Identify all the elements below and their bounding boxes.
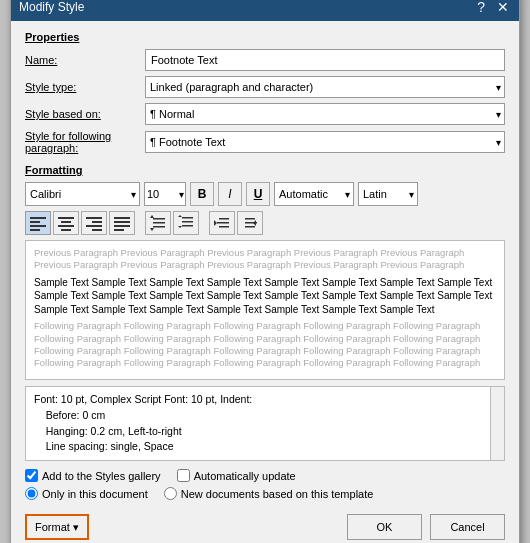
preview-box: Previous Paragraph Previous Paragraph Pr… xyxy=(25,240,505,380)
description-text: Font: 10 pt, Complex Script Font: 10 pt,… xyxy=(34,393,252,452)
bottom-buttons: Format ▾ OK Cancel xyxy=(25,510,505,540)
description-scrollbar[interactable] xyxy=(490,387,504,460)
add-to-gallery-label: Add to the Styles gallery xyxy=(42,470,161,482)
font-select-wrapper: Calibri xyxy=(25,182,140,206)
svg-rect-23 xyxy=(182,225,193,227)
size-select-wrapper: 10 xyxy=(144,182,186,206)
svg-rect-12 xyxy=(114,217,130,219)
cancel-button[interactable]: Cancel xyxy=(430,514,505,540)
decrease-indent-button[interactable] xyxy=(209,211,235,235)
style-type-value-container: Linked (paragraph and character) xyxy=(145,76,505,98)
svg-rect-32 xyxy=(245,226,255,228)
only-this-doc-radio[interactable] xyxy=(25,487,38,500)
svg-marker-33 xyxy=(253,220,256,226)
align-center-icon xyxy=(57,214,75,232)
style-following-label: Style for following paragraph: xyxy=(25,130,145,154)
justify-icon xyxy=(113,214,131,232)
svg-marker-20 xyxy=(150,228,154,231)
add-to-gallery-checkbox-label[interactable]: Add to the Styles gallery xyxy=(25,469,161,482)
style-following-select-wrapper: ¶ Footnote Text xyxy=(145,131,505,153)
line-spacing-button[interactable] xyxy=(145,211,171,235)
svg-marker-29 xyxy=(214,220,217,226)
svg-rect-16 xyxy=(153,218,165,220)
dialog-body: Properties Name: Style type: Linked (par… xyxy=(11,21,519,543)
style-based-select-wrapper: ¶ Normal xyxy=(145,103,505,125)
svg-rect-8 xyxy=(86,217,102,219)
svg-rect-22 xyxy=(182,221,193,223)
align-left-button[interactable] xyxy=(25,211,51,235)
ok-button[interactable]: OK xyxy=(347,514,422,540)
checkbox-row: Add to the Styles gallery Automatically … xyxy=(25,469,505,482)
decrease-indent-icon xyxy=(213,214,231,232)
align-right-button[interactable] xyxy=(81,211,107,235)
add-to-gallery-checkbox[interactable] xyxy=(25,469,38,482)
preview-previous-text: Previous Paragraph Previous Paragraph Pr… xyxy=(34,247,496,272)
svg-rect-30 xyxy=(245,218,255,220)
style-following-value-container: ¶ Footnote Text xyxy=(145,130,505,154)
underline-button[interactable]: U xyxy=(246,182,270,206)
line-spacing-icon xyxy=(149,214,167,232)
increase-indent-button[interactable] xyxy=(237,211,263,235)
name-input[interactable] xyxy=(145,49,505,71)
align-center-button[interactable] xyxy=(53,211,79,235)
svg-rect-18 xyxy=(153,226,165,228)
align-left-icon xyxy=(29,214,47,232)
svg-marker-24 xyxy=(178,215,182,217)
formatting-section-label: Formatting xyxy=(25,164,505,176)
spacing-increase-icon xyxy=(177,214,195,232)
style-based-label: Style based on: xyxy=(25,103,145,125)
only-this-doc-label: Only in this document xyxy=(42,488,148,500)
svg-marker-25 xyxy=(178,226,182,228)
svg-rect-21 xyxy=(182,217,193,219)
style-following-select[interactable]: ¶ Footnote Text xyxy=(145,131,505,153)
auto-update-checkbox-label[interactable]: Automatically update xyxy=(177,469,296,482)
dialog-title: Modify Style xyxy=(19,0,84,14)
lang-select-wrapper: Latin xyxy=(358,182,418,206)
svg-rect-4 xyxy=(58,217,74,219)
description-box: Font: 10 pt, Complex Script Font: 10 pt,… xyxy=(25,386,505,461)
properties-section-label: Properties xyxy=(25,31,505,43)
help-button[interactable]: ? xyxy=(475,0,487,14)
auto-update-label: Automatically update xyxy=(194,470,296,482)
style-based-select[interactable]: ¶ Normal xyxy=(145,103,505,125)
svg-rect-13 xyxy=(114,221,130,223)
language-select[interactable]: Latin xyxy=(358,182,418,206)
font-size-select[interactable]: 10 xyxy=(144,182,186,206)
style-type-select-wrapper: Linked (paragraph and character) xyxy=(145,76,505,98)
align-right-icon xyxy=(85,214,103,232)
svg-rect-7 xyxy=(61,229,71,231)
svg-rect-28 xyxy=(219,226,229,228)
format-button[interactable]: Format ▾ xyxy=(25,514,89,540)
modify-style-dialog: Modify Style ? ✕ Properties Name: Style … xyxy=(10,0,520,543)
svg-rect-3 xyxy=(30,229,40,231)
new-docs-radio-label[interactable]: New documents based on this template xyxy=(164,487,374,500)
new-docs-label: New documents based on this template xyxy=(181,488,374,500)
svg-rect-6 xyxy=(58,225,74,227)
title-bar-controls: ? ✕ xyxy=(475,0,511,14)
bold-button[interactable]: B xyxy=(190,182,214,206)
svg-rect-0 xyxy=(30,217,46,219)
auto-update-checkbox[interactable] xyxy=(177,469,190,482)
justify-button[interactable] xyxy=(109,211,135,235)
ok-cancel-buttons: OK Cancel xyxy=(347,514,505,540)
preview-following-text: Following Paragraph Following Paragraph … xyxy=(34,320,496,369)
new-docs-radio[interactable] xyxy=(164,487,177,500)
svg-rect-26 xyxy=(219,218,229,220)
spacing-increase-button[interactable] xyxy=(173,211,199,235)
only-this-doc-radio-label[interactable]: Only in this document xyxy=(25,487,148,500)
close-button[interactable]: ✕ xyxy=(495,0,511,14)
svg-rect-10 xyxy=(86,225,102,227)
svg-rect-2 xyxy=(30,225,46,227)
style-type-select[interactable]: Linked (paragraph and character) xyxy=(145,76,505,98)
name-label: Name: xyxy=(25,49,145,71)
color-select[interactable]: Automatic xyxy=(274,182,354,206)
font-select[interactable]: Calibri xyxy=(25,182,140,206)
name-value-container xyxy=(145,49,505,71)
svg-rect-15 xyxy=(114,229,124,231)
preview-sample-text: Sample Text Sample Text Sample Text Samp… xyxy=(34,276,496,317)
italic-button[interactable]: I xyxy=(218,182,242,206)
svg-rect-27 xyxy=(217,222,229,224)
svg-rect-1 xyxy=(30,221,40,223)
svg-rect-11 xyxy=(92,229,102,231)
style-type-label: Style type: xyxy=(25,76,145,98)
